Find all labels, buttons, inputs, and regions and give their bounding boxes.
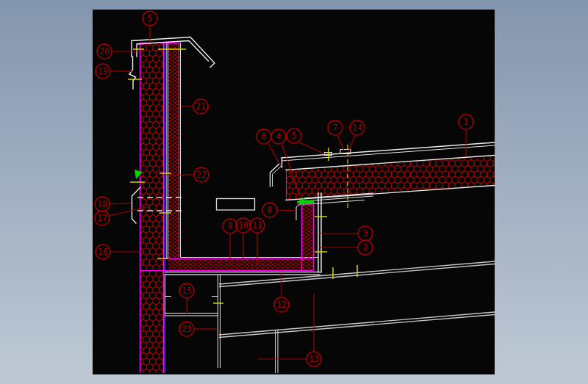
callout-number: 13 bbox=[309, 354, 319, 364]
cad-viewer-window: 52019212218171664571418910113212152313 bbox=[0, 0, 588, 384]
callout-number: 22 bbox=[196, 170, 207, 180]
callout-number: 8 bbox=[268, 205, 273, 215]
callout-number: 3 bbox=[363, 228, 368, 239]
callout-number: 23 bbox=[182, 324, 192, 334]
callout-number: 11 bbox=[252, 220, 262, 231]
callout-number: 19 bbox=[98, 66, 108, 76]
callout-number: 10 bbox=[238, 220, 248, 231]
callout-number: 5 bbox=[148, 13, 153, 23]
drawing-canvas[interactable]: 52019212218171664571418910113212152313 bbox=[0, 0, 588, 384]
callout-number: 17 bbox=[97, 213, 107, 223]
callout-number: 9 bbox=[228, 221, 233, 231]
callout-number: 1 bbox=[464, 117, 469, 127]
callout-number: 15 bbox=[182, 286, 192, 296]
callout-number: 20 bbox=[99, 46, 110, 57]
callout-number: 14 bbox=[352, 123, 362, 133]
callout-number: 21 bbox=[196, 101, 206, 112]
callout-number: 5 bbox=[292, 131, 297, 141]
callout-number: 2 bbox=[363, 242, 368, 253]
callout-number: 16 bbox=[98, 247, 108, 257]
callout-number: 4 bbox=[276, 131, 282, 142]
callout-number: 12 bbox=[276, 300, 287, 310]
callout-number: 18 bbox=[97, 199, 107, 209]
callout-number: 6 bbox=[262, 131, 267, 142]
callout-number: 7 bbox=[333, 123, 338, 133]
